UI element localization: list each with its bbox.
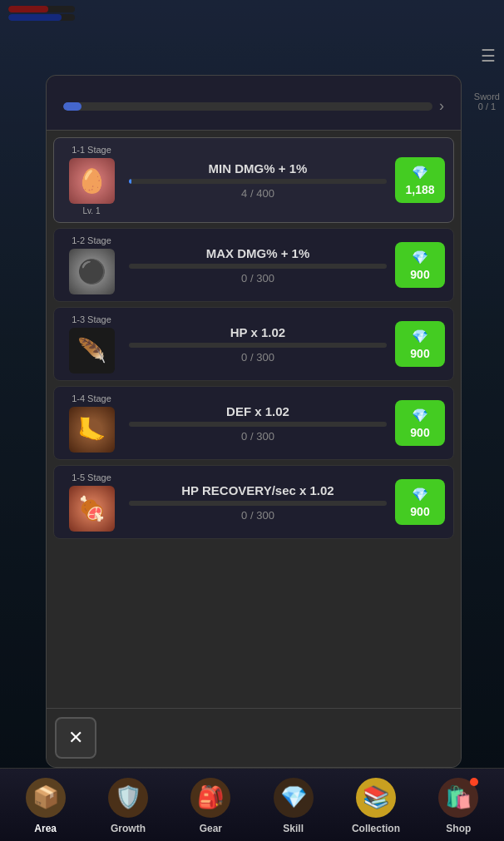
nav-label-area: Area [34,823,57,834]
nav-item-skill[interactable]: 💎 Skill [260,772,327,839]
stage-mid-1-5: HP RECOVERY/sec x 1.02 0 / 300 [129,483,387,522]
stage-mid-1-2: MAX DMG% + 1% 0 / 300 [129,246,387,284]
stage-label-1-3: 1-3 Stage [72,314,111,324]
buy-button-1-1[interactable]: 💎 1,188 [395,157,445,203]
gem-icon-1-5: 💎 [412,487,428,502]
stage-label-1-4: 1-4 Stage [72,393,111,403]
nav-icon-area: 📦 [26,778,66,818]
stage-count-1-2: 0 / 300 [241,272,274,284]
stage-progress-bar-1-5 [129,501,387,506]
stage-effect-1-5: HP RECOVERY/sec x 1.02 [181,483,334,497]
nav-icon-emoji-collection: 📚 [363,784,389,810]
buy-button-1-5[interactable]: 💎 900 [395,479,445,525]
nav-label-gear: Gear [200,823,222,834]
nav-label-collection: Collection [352,823,400,834]
stage-icon-1-4: 🦶 [69,407,115,453]
nav-icon-wrapper-collection: 📚 [354,776,398,819]
stage-effect-1-1: MIN DMG% + 1% [209,161,308,176]
stage-icon-1-3: 🪶 [69,328,115,374]
stage-item-1-1: 1-1 Stage 🥚 Lv. 1 MIN DMG% + 1% 4 / 400 … [53,137,454,223]
progress-bar-bg [63,102,432,111]
stage-list: 1-1 Stage 🥚 Lv. 1 MIN DMG% + 1% 4 / 400 … [47,131,461,708]
stage-progress-bar-1-4 [129,422,387,427]
gem-icon-1-2: 💎 [412,250,428,265]
stage-left-1-2: 1-2 Stage ⚫ [62,235,121,294]
stage-item-1-2: 1-2 Stage ⚫ MAX DMG% + 1% 0 / 300 💎 900 [53,228,454,302]
stage-icon-shape-1-2: ⚫ [77,258,106,285]
nav-icon-skill: 💎 [274,778,314,818]
progress-container: › [63,97,444,115]
nav-icon-emoji-shop: 🛍️ [445,784,472,810]
buy-price-1-5: 900 [410,505,429,518]
stage-left-1-5: 1-5 Stage 🍖 [62,472,121,532]
stage-progress-fill-1-1 [129,179,131,184]
stage-mid-1-4: DEF x 1.02 0 / 300 [129,404,387,443]
nav-item-collection[interactable]: 📚 Collection [343,772,409,839]
nav-icon-wrapper-shop: 🛍️ [437,776,480,819]
nav-icon-growth: 🛡️ [108,778,148,818]
stage-icon-shape-1-4: 🦶 [77,416,106,443]
buy-price-1-3: 900 [410,347,429,360]
stage-mid-1-1: MIN DMG% + 1% 4 / 400 [129,161,387,200]
buy-button-1-4[interactable]: 💎 900 [395,400,445,446]
modal-header: › [47,76,461,131]
nav-label-growth: Growth [111,823,146,834]
nav-icon-wrapper-skill: 💎 [272,776,315,819]
stage-icon-shape-1-1: 🥚 [77,167,106,195]
chevron-right-icon[interactable]: › [439,97,444,115]
stage-count-1-5: 0 / 300 [241,509,274,522]
gem-icon-1-4: 💎 [412,408,428,423]
stage-icon-1-1: 🥚 [69,158,115,204]
progress-bar-fill [63,102,82,111]
stage-count-1-4: 0 / 300 [241,430,274,443]
stage-item-1-5: 1-5 Stage 🍖 HP RECOVERY/sec x 1.02 0 / 3… [53,465,454,539]
close-button[interactable]: ✕ [55,717,96,759]
stage-icon-1-5: 🍖 [69,486,115,532]
stage-label-1-2: 1-2 Stage [72,235,111,245]
modal-dialog: › 1-1 Stage 🥚 Lv. 1 MIN DMG% + 1% 4 / 40… [46,75,462,768]
progress-wrapper [63,102,432,111]
buy-price-1-2: 900 [410,268,429,281]
stage-icon-shape-1-5: 🍖 [77,495,106,522]
nav-icon-wrapper-growth: 🛡️ [106,776,150,819]
buy-button-1-3[interactable]: 💎 900 [395,321,445,367]
stage-icon-shape-1-3: 🪶 [77,337,106,364]
nav-item-growth[interactable]: 🛡️ Growth [95,772,161,839]
nav-icon-emoji-skill: 💎 [280,784,307,810]
nav-item-gear[interactable]: 🎒 Gear [177,772,244,839]
nav-icon-collection: 📚 [356,778,396,818]
stage-left-1-1: 1-1 Stage 🥚 Lv. 1 [62,145,121,215]
bottom-nav: 📦 Area 🛡️ Growth 🎒 Gear 💎 Skill [0,768,504,841]
modal-footer: ✕ [47,708,461,767]
buy-price-1-4: 900 [410,426,429,439]
stage-item-1-3: 1-3 Stage 🪶 HP x 1.02 0 / 300 💎 900 [53,307,454,381]
stage-left-1-3: 1-3 Stage 🪶 [62,314,121,374]
stage-count-1-1: 4 / 400 [241,187,274,200]
nav-label-skill: Skill [283,823,304,834]
nav-icon-emoji-growth: 🛡️ [115,784,141,810]
nav-icon-gear: 🎒 [190,778,230,818]
nav-item-shop[interactable]: 🛍️ Shop [425,772,492,839]
stage-count-1-3: 0 / 300 [241,351,274,364]
nav-icon-wrapper-gear: 🎒 [189,776,232,819]
gem-icon-1-1: 💎 [412,165,428,181]
stage-progress-bar-1-3 [129,343,387,348]
stage-progress-bar-1-1 [129,179,387,184]
stage-effect-1-2: MAX DMG% + 1% [206,246,310,260]
nav-dot-shop [470,778,478,786]
stage-effect-1-3: HP x 1.02 [230,325,285,339]
nav-item-area[interactable]: 📦 Area [12,772,79,839]
stage-mid-1-3: HP x 1.02 0 / 300 [129,325,387,364]
stage-progress-bar-1-2 [129,264,387,269]
gem-icon-1-3: 💎 [412,329,428,344]
stage-left-1-4: 1-4 Stage 🦶 [62,393,121,453]
nav-icon-emoji-area: 📦 [32,784,59,810]
stage-label-1-5: 1-5 Stage [72,472,111,482]
stage-item-1-4: 1-4 Stage 🦶 DEF x 1.02 0 / 300 💎 900 [53,386,454,460]
buy-button-1-2[interactable]: 💎 900 [395,242,445,288]
stage-lv-1-1: Lv. 1 [83,206,101,215]
nav-icon-emoji-gear: 🎒 [197,784,224,810]
stage-icon-1-2: ⚫ [69,249,115,294]
buy-price-1-1: 1,188 [405,183,434,196]
stage-label-1-1: 1-1 Stage [72,145,111,155]
